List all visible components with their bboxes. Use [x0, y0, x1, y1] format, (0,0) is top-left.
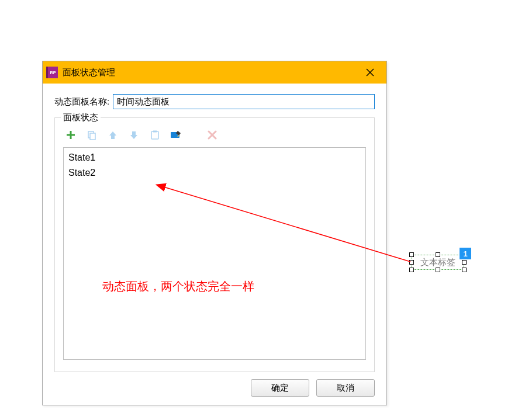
panel-state-manager-dialog: RP 面板状态管理 动态面板名称: 面板状态: [42, 61, 387, 405]
selected-widget[interactable]: 文本标签 1: [412, 255, 464, 270]
states-listbox[interactable]: State1 State2: [63, 147, 366, 360]
resize-handle-nw[interactable]: [409, 252, 414, 257]
resize-handle-sw[interactable]: [409, 268, 414, 272]
footnote-badge: 1: [460, 248, 471, 259]
dialog-title: 面板状态管理: [63, 67, 357, 78]
panel-name-input[interactable]: [113, 94, 375, 109]
delete-icon: [207, 130, 217, 140]
list-item[interactable]: State2: [67, 165, 362, 181]
duplicate-icon: [87, 130, 97, 140]
close-button[interactable]: [357, 61, 383, 84]
delete-state-button[interactable]: [206, 129, 219, 141]
edit-state-button[interactable]: [170, 129, 182, 141]
titlebar[interactable]: RP 面板状态管理: [43, 61, 386, 84]
svg-line-10: [209, 131, 216, 138]
resize-handle-e[interactable]: [462, 260, 467, 265]
move-up-button[interactable]: [106, 129, 119, 141]
edit-icon: [170, 130, 182, 140]
svg-rect-4: [88, 131, 94, 138]
add-state-button[interactable]: [64, 129, 77, 141]
dialog-body: 动态面板名称: 面板状态: [43, 84, 386, 405]
close-icon: [366, 68, 374, 77]
dialog-button-row: 确定 取消: [251, 379, 375, 397]
svg-rect-3: [67, 134, 75, 136]
plus-icon: [65, 130, 76, 140]
paste-button[interactable]: [148, 129, 161, 141]
resize-handle-n[interactable]: [436, 252, 440, 257]
resize-handle-se[interactable]: [462, 268, 467, 272]
states-legend: 面板状态: [61, 112, 101, 123]
resize-handle-w[interactable]: [409, 260, 414, 265]
arrow-up-icon: [108, 130, 118, 140]
svg-line-9: [209, 131, 216, 138]
arrow-down-icon: [129, 130, 139, 140]
duplicate-state-button[interactable]: [85, 129, 98, 141]
resize-handle-s[interactable]: [436, 268, 440, 272]
list-item[interactable]: State1: [67, 150, 362, 165]
svg-rect-6: [151, 131, 158, 139]
panel-name-row: 动态面板名称:: [54, 94, 375, 109]
ok-button[interactable]: 确定: [251, 379, 309, 397]
move-down-button[interactable]: [127, 129, 140, 141]
app-icon: RP: [46, 67, 58, 78]
panel-name-label: 动态面板名称:: [54, 96, 109, 107]
states-fieldset: 面板状态: [54, 117, 375, 372]
svg-rect-7: [153, 131, 157, 133]
states-toolbar: [63, 126, 366, 147]
paste-icon: [150, 130, 160, 140]
svg-rect-5: [90, 133, 95, 140]
cancel-button[interactable]: 取消: [316, 379, 375, 397]
